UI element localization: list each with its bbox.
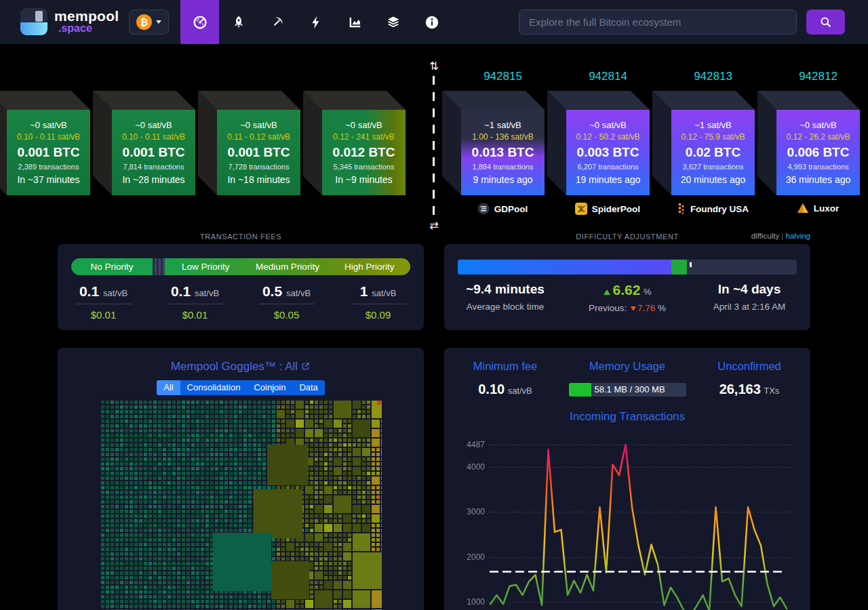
difficulty-progress-bar [458, 260, 797, 274]
arrow-up-icon [604, 289, 610, 295]
fee-value-high-priority: 1 sat/vB $0.09 [332, 283, 424, 321]
nav-mining[interactable] [258, 0, 296, 44]
transaction-fees-card: No Priority Low Priority Medium Priority… [58, 244, 424, 330]
goggles-title-link[interactable]: Mempool Goggles™ : All [58, 360, 424, 373]
mempool-block-2[interactable]: ~0 sat/vB 0.10 - 0.11 sat/vB 0.001 BTC 7… [112, 110, 195, 195]
layers-icon [386, 15, 401, 30]
chain-divider [433, 76, 435, 217]
block-height-link[interactable]: 942815 [461, 70, 545, 83]
block-height-link[interactable]: 942814 [566, 70, 650, 83]
mempool-goggles-card: Mempool Goggles™ : All All Consolidation… [58, 348, 424, 610]
brand-tld: .space [54, 23, 119, 34]
spiderpool-icon [575, 203, 587, 215]
pickaxe-icon [270, 15, 285, 30]
average-block-time: ~9.4 minutes Average block time [444, 282, 566, 313]
search-input[interactable] [519, 9, 797, 35]
fee-priority-bar: No Priority Low Priority Medium Priority… [71, 258, 410, 275]
incoming-transactions-title: Incoming Transactions [444, 410, 810, 424]
block-height-link[interactable]: 942812 [776, 70, 860, 83]
swap-horizontal-icon[interactable]: ⇄ [427, 219, 441, 232]
mempool-block-3[interactable]: ~0 sat/vB 0.11 - 0.12 sat/vB 0.001 BTC 7… [217, 110, 300, 195]
nav-about[interactable] [412, 0, 451, 44]
goggles-tab-consolidation[interactable]: Consolidation [180, 380, 248, 395]
fee-tier-low-priority[interactable]: Low Priority [165, 258, 247, 275]
info-icon [425, 15, 439, 30]
memory-usage-label: Memory Usage [566, 360, 688, 373]
pool-link-gdpool[interactable]: GDPool [452, 203, 553, 215]
nav-graphs[interactable] [335, 0, 374, 44]
pool-link-luxor[interactable]: Luxor [767, 203, 868, 214]
arrow-down-icon [631, 306, 636, 311]
mempool-logo-icon [20, 8, 47, 35]
fees-section-title: TRANSACTION FEES [58, 232, 424, 241]
fee-tier-high-priority[interactable]: High Priority [328, 258, 410, 275]
fee-value-medium-priority: 0.5 sat/vB $0.05 [241, 283, 332, 321]
luxor-icon [797, 203, 809, 214]
fee-tier-medium-priority[interactable]: Medium Priority [247, 258, 329, 275]
chevron-down-icon [156, 20, 161, 24]
fee-bar-stripes [153, 258, 165, 275]
minimum-fee-label: Minimum fee [444, 360, 566, 373]
search-icon [819, 16, 832, 28]
sort-vertical-icon[interactable]: ⇅ [427, 60, 441, 73]
chart-area-icon [347, 15, 362, 30]
brand-name: mempool [54, 9, 119, 23]
goggles-tab-data[interactable]: Data [292, 380, 324, 395]
block-height-link[interactable]: 942813 [671, 70, 755, 83]
unconfirmed-label: Unconfirmed [688, 360, 810, 373]
difficulty-links: difficulty | halving [685, 232, 810, 240]
difficulty-link[interactable]: difficulty [751, 232, 779, 240]
goggles-tab-coinjoin[interactable]: Coinjoin [247, 380, 292, 395]
dashboard-gauge-icon [193, 15, 208, 30]
nav-acceleration[interactable] [219, 0, 258, 44]
difficulty-adjustment-card: ~9.4 minutes Average block time 6.62 % P… [444, 244, 810, 330]
mempool-stats-card: Minimum fee Memory Usage Unconfirmed 0.1… [444, 348, 810, 610]
fee-value-no-priority: 0.1 sat/vB $0.01 [58, 283, 149, 321]
mempool-block-4[interactable]: ~0 sat/vB 0.12 - 241 sat/vB 0.012 BTC 5,… [322, 110, 406, 195]
difficulty-new-blocks-segment [671, 260, 687, 274]
nav-dashboard[interactable] [180, 0, 219, 44]
rocket-icon [231, 15, 246, 30]
mined-block-942813[interactable]: ~1 sat/vB 0.12 - 75.9 sat/vB 0.02 BTC 3,… [671, 110, 755, 195]
difficulty-change: 6.62 % Previous: 7.76 % [566, 282, 688, 313]
external-link-icon [300, 361, 311, 371]
nav-layers[interactable] [374, 0, 412, 44]
memory-usage-bar: 58.1 MB / 300 MB [569, 383, 686, 396]
mined-block-942815[interactable]: ~1 sat/vB 1.00 - 136 sat/vB 0.013 BTC 1,… [461, 110, 545, 195]
navbar: mempool .space ₿ [0, 0, 868, 44]
mined-block-942812[interactable]: ~0 sat/vB 0.12 - 26.2 sat/vB 0.006 BTC 4… [776, 110, 860, 195]
mempool-treemap[interactable] [100, 400, 382, 610]
currency-dropdown[interactable]: ₿ [129, 9, 169, 35]
goggles-tab-all[interactable]: All [157, 380, 180, 395]
incoming-transactions-chart [458, 424, 797, 610]
blockchain-strip: ~0 sat/vB 0.10 - 0.11 sat/vB 0.001 BTC 2… [0, 44, 868, 234]
pool-link-foundry[interactable]: Foundry USA [662, 203, 764, 215]
minimum-fee-value: 0.10 sat/vB [444, 382, 566, 397]
pool-link-spiderpool[interactable]: SpiderPool [557, 203, 658, 215]
lightning-bolt-icon [309, 15, 323, 30]
nav-lightning[interactable] [296, 0, 335, 44]
brand-logo[interactable]: mempool .space [20, 8, 119, 35]
fee-tier-no-priority[interactable]: No Priority [71, 258, 153, 275]
bitcoin-icon: ₿ [136, 14, 152, 30]
foundry-usa-icon [677, 203, 686, 215]
memory-usage-text: 58.1 MB / 300 MB [595, 383, 665, 396]
gdpool-icon [477, 203, 490, 215]
mempool-block-1[interactable]: ~0 sat/vB 0.10 - 0.11 sat/vB 0.001 BTC 2… [7, 110, 90, 195]
search-button[interactable] [806, 9, 845, 35]
goggles-tab-bar: All Consolidation Coinjoin Data [157, 380, 325, 395]
unconfirmed-value: 26,163 TXs [688, 382, 810, 397]
retarget-eta: In ~4 days April 3 at 2:16 AM [688, 282, 810, 313]
mined-block-942814[interactable]: ~0 sat/vB 0.12 - 50.2 sat/vB 0.003 BTC 6… [566, 110, 650, 195]
fee-value-low-priority: 0.1 sat/vB $0.01 [149, 283, 241, 321]
main-nav [180, 0, 451, 44]
halving-link[interactable]: halving [786, 232, 810, 240]
